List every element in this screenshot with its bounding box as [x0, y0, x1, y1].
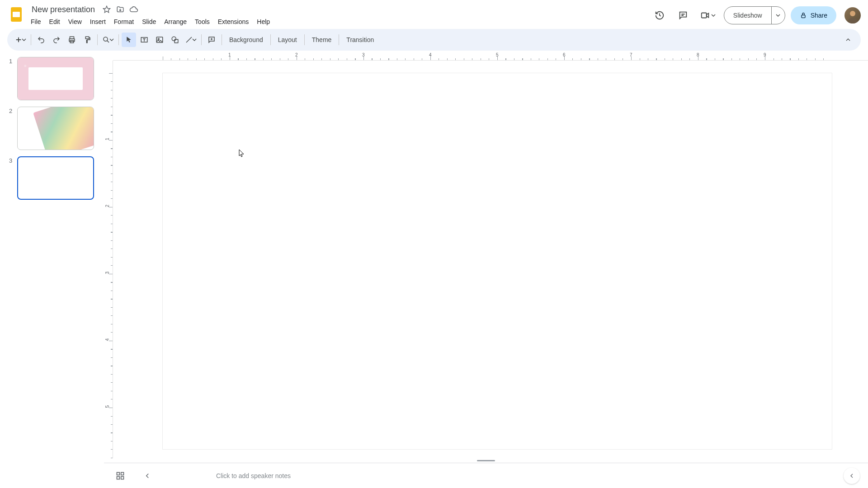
menu-tools[interactable]: Tools	[191, 16, 213, 27]
chevron-down-icon	[109, 38, 114, 42]
menu-insert[interactable]: Insert	[86, 16, 109, 27]
ruler-label: 4	[105, 338, 110, 341]
zoom-button[interactable]	[100, 33, 116, 47]
menu-view[interactable]: View	[65, 16, 85, 27]
svg-rect-14	[175, 39, 178, 43]
canvas-area[interactable]	[113, 61, 868, 458]
header-right: Slideshow Share	[651, 6, 861, 24]
slide-thumbnail-2[interactable]	[17, 107, 94, 150]
background-button[interactable]: Background	[225, 33, 268, 46]
separator	[97, 34, 98, 45]
ruler-label: 6	[563, 52, 566, 57]
separator	[31, 34, 31, 45]
menu-bar: File Edit View Insert Format Slide Arran…	[27, 15, 651, 28]
new-slide-button[interactable]	[13, 33, 28, 47]
menu-slide[interactable]: Slide	[138, 16, 160, 27]
menu-arrange[interactable]: Arrange	[160, 16, 190, 27]
menu-edit[interactable]: Edit	[46, 16, 64, 27]
separator	[222, 34, 222, 45]
svg-point-12	[158, 38, 159, 40]
lock-icon	[800, 12, 807, 19]
svg-rect-17	[117, 476, 120, 479]
separator	[270, 34, 271, 45]
select-tool[interactable]	[122, 33, 136, 47]
account-avatar[interactable]	[844, 7, 861, 23]
svg-point-5	[850, 11, 855, 16]
document-title[interactable]: New presentation	[29, 4, 98, 15]
transition-button[interactable]: Transition	[342, 33, 378, 46]
slide-number: 1	[9, 57, 17, 65]
cloud-status-icon[interactable]	[129, 5, 138, 14]
slideshow-dropdown[interactable]	[771, 7, 785, 24]
filmstrip[interactable]: 1 2 3	[0, 52, 104, 488]
toolbar: Background Layout Theme Transition	[7, 29, 861, 51]
layout-button[interactable]: Layout	[274, 33, 302, 46]
ruler-label: 5	[105, 405, 110, 408]
ruler-label: 9	[764, 52, 766, 57]
history-icon[interactable]	[651, 6, 669, 24]
ruler-label: 3	[362, 52, 365, 57]
svg-rect-15	[117, 472, 120, 475]
slide-number: 2	[9, 107, 17, 114]
separator	[339, 34, 339, 45]
svg-rect-3	[702, 13, 707, 18]
meet-button[interactable]	[698, 6, 718, 24]
ruler-label: 7	[630, 52, 632, 57]
share-button[interactable]: Share	[791, 6, 836, 24]
collapse-filmstrip-button[interactable]	[139, 468, 156, 484]
grid-view-button[interactable]	[112, 468, 128, 484]
speaker-notes-input[interactable]: Click to add speaker notes	[216, 472, 291, 479]
slide-thumbnail-3[interactable]	[17, 156, 94, 200]
redo-button[interactable]	[49, 33, 64, 47]
menu-file[interactable]: File	[27, 16, 45, 27]
textbox-tool[interactable]	[137, 33, 151, 47]
vertical-ruler[interactable]: 1 2 3 4 5	[104, 61, 113, 458]
notes-resize-handle[interactable]	[104, 458, 868, 463]
paint-format-button[interactable]	[80, 33, 94, 47]
app-logo-icon[interactable]	[7, 5, 25, 23]
svg-rect-1	[13, 12, 20, 17]
chevron-down-icon	[192, 38, 197, 42]
title-area: New presentation File Edit View Insert F…	[29, 4, 651, 28]
comments-icon[interactable]	[674, 6, 692, 24]
ruler-label: 1	[105, 138, 110, 141]
explore-button[interactable]	[844, 468, 860, 484]
separator	[304, 34, 305, 45]
ruler-label: 2	[295, 52, 298, 57]
line-tool[interactable]	[183, 33, 198, 47]
theme-button[interactable]: Theme	[307, 33, 336, 46]
shape-tool[interactable]	[168, 33, 182, 47]
menu-help[interactable]: Help	[253, 16, 274, 27]
slide-thumbnail-row: 2	[9, 107, 99, 150]
ruler-label: 4	[429, 52, 432, 57]
star-icon[interactable]	[102, 5, 111, 14]
slideshow-group: Slideshow	[724, 6, 785, 24]
slide-canvas[interactable]	[163, 73, 832, 449]
chevron-down-icon	[776, 13, 780, 18]
menu-extensions[interactable]: Extensions	[214, 16, 252, 27]
svg-rect-4	[802, 15, 805, 18]
slideshow-button[interactable]: Slideshow	[724, 7, 771, 24]
chevron-down-icon	[22, 38, 26, 42]
collapse-toolbar-button[interactable]	[841, 33, 855, 47]
body: 1 2 3 1 2 3 4 5 6 7	[0, 52, 868, 488]
slide-thumbnail-1[interactable]	[17, 57, 94, 100]
move-icon[interactable]	[116, 5, 125, 14]
ruler-label: 3	[105, 272, 110, 274]
notes-bar: Click to add speaker notes	[104, 463, 868, 488]
svg-point-13	[172, 37, 176, 41]
image-tool[interactable]	[152, 33, 167, 47]
menu-format[interactable]: Format	[110, 16, 137, 27]
svg-point-9	[104, 37, 108, 41]
print-button[interactable]	[65, 33, 79, 47]
ruler-label: 5	[496, 52, 499, 57]
svg-rect-16	[121, 472, 124, 475]
comment-tool[interactable]	[204, 33, 219, 47]
undo-button[interactable]	[34, 33, 48, 47]
header: New presentation File Edit View Insert F…	[0, 0, 868, 29]
editor: 1 2 3 4 5 6 7 8 9 1 2 3 4 5	[104, 52, 868, 488]
svg-rect-18	[121, 476, 124, 479]
ruler-label: 8	[697, 52, 699, 57]
horizontal-ruler[interactable]: 1 2 3 4 5 6 7 8 9	[113, 52, 868, 61]
slide-thumbnail-row: 3	[9, 156, 99, 200]
